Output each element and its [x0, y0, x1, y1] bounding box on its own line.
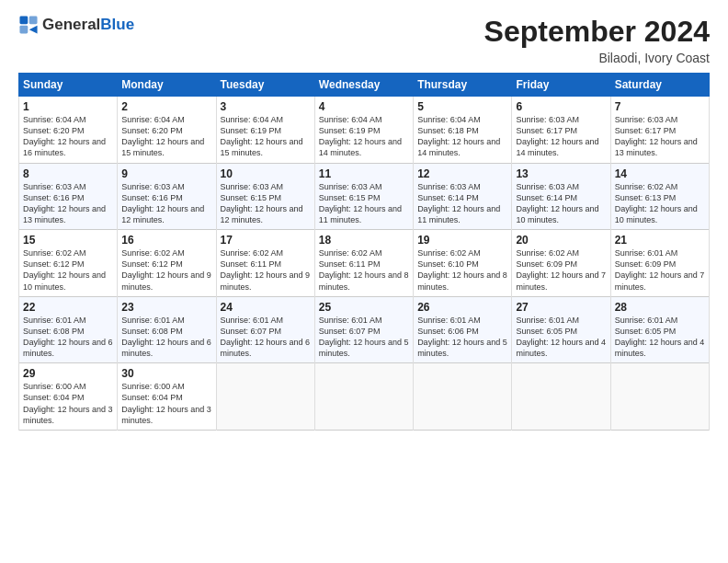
day-info: Sunrise: 6:01 AMSunset: 6:07 PMDaylight:… [221, 315, 311, 360]
day-number: 10 [221, 167, 311, 180]
day-info: Sunrise: 6:03 AMSunset: 6:15 PMDaylight:… [221, 181, 311, 226]
day-info: Sunrise: 6:03 AMSunset: 6:14 PMDaylight:… [417, 181, 507, 226]
svg-marker-3 [29, 26, 38, 34]
calendar-week-3: 15Sunrise: 6:02 AMSunset: 6:12 PMDayligh… [19, 230, 710, 297]
logo-text: GeneralBlue [42, 16, 134, 34]
calendar-week-1: 1Sunrise: 6:04 AMSunset: 6:20 PMDaylight… [19, 97, 710, 164]
calendar-week-2: 8Sunrise: 6:03 AMSunset: 6:16 PMDaylight… [19, 163, 710, 230]
day-number: 13 [516, 167, 606, 180]
logo-blue: Blue [100, 16, 134, 33]
day-number: 8 [23, 167, 113, 180]
day-number: 1 [23, 100, 113, 113]
day-info: Sunrise: 6:03 AMSunset: 6:16 PMDaylight:… [23, 181, 113, 226]
month-title: September 2024 [484, 15, 710, 49]
table-row: 23Sunrise: 6:01 AMSunset: 6:08 PMDayligh… [118, 296, 216, 363]
day-info: Sunrise: 6:04 AMSunset: 6:20 PMDaylight:… [121, 114, 211, 159]
table-row: 7Sunrise: 6:03 AMSunset: 6:17 PMDaylight… [610, 97, 709, 164]
svg-rect-2 [19, 26, 28, 34]
logo: GeneralBlue [18, 15, 134, 35]
day-number: 7 [615, 100, 705, 113]
day-info: Sunrise: 6:04 AMSunset: 6:20 PMDaylight:… [23, 114, 113, 159]
day-number: 30 [121, 367, 211, 380]
day-info: Sunrise: 6:04 AMSunset: 6:19 PMDaylight:… [221, 114, 311, 159]
day-number: 15 [23, 234, 113, 247]
day-info: Sunrise: 6:00 AMSunset: 6:04 PMDaylight:… [23, 381, 113, 426]
day-number: 17 [221, 234, 311, 247]
day-number: 19 [417, 234, 507, 247]
table-row: 2Sunrise: 6:04 AMSunset: 6:20 PMDaylight… [118, 97, 216, 164]
day-info: Sunrise: 6:04 AMSunset: 6:19 PMDaylight:… [319, 114, 409, 159]
table-row: 8Sunrise: 6:03 AMSunset: 6:16 PMDaylight… [19, 163, 118, 230]
day-info: Sunrise: 6:02 AMSunset: 6:12 PMDaylight:… [121, 247, 211, 293]
table-row: 19Sunrise: 6:02 AMSunset: 6:10 PMDayligh… [414, 230, 512, 297]
day-number: 22 [23, 301, 113, 314]
day-number: 5 [417, 100, 507, 113]
day-info: Sunrise: 6:02 AMSunset: 6:10 PMDaylight:… [417, 247, 507, 293]
calendar-table: Sunday Monday Tuesday Wednesday Thursday… [18, 73, 710, 431]
location-title: Bilaodi, Ivory Coast [484, 51, 710, 65]
header-friday: Friday [512, 74, 610, 97]
day-info: Sunrise: 6:00 AMSunset: 6:04 PMDaylight:… [121, 381, 211, 426]
day-number: 18 [319, 234, 409, 247]
day-number: 23 [121, 301, 211, 314]
day-info: Sunrise: 6:01 AMSunset: 6:05 PMDaylight:… [615, 315, 705, 360]
table-row: 14Sunrise: 6:02 AMSunset: 6:13 PMDayligh… [610, 163, 709, 230]
header-sunday: Sunday [19, 74, 118, 97]
header-wednesday: Wednesday [314, 74, 413, 97]
calendar-week-5: 29Sunrise: 6:00 AMSunset: 6:04 PMDayligh… [19, 363, 710, 431]
table-row: 15Sunrise: 6:02 AMSunset: 6:12 PMDayligh… [19, 230, 118, 297]
header: GeneralBlue September 2024 Bilaodi, Ivor… [18, 15, 710, 65]
day-info: Sunrise: 6:03 AMSunset: 6:14 PMDaylight:… [516, 181, 606, 226]
day-number: 28 [615, 301, 705, 314]
day-number: 21 [615, 234, 705, 247]
day-info: Sunrise: 6:01 AMSunset: 6:08 PMDaylight:… [23, 315, 113, 360]
svg-rect-0 [19, 16, 28, 24]
day-number: 25 [319, 301, 409, 314]
day-info: Sunrise: 6:01 AMSunset: 6:05 PMDaylight:… [516, 315, 606, 360]
table-row [414, 363, 512, 431]
day-number: 29 [23, 367, 113, 380]
table-row [610, 363, 709, 431]
day-info: Sunrise: 6:01 AMSunset: 6:08 PMDaylight:… [121, 315, 211, 360]
table-row [314, 363, 413, 431]
table-row: 9Sunrise: 6:03 AMSunset: 6:16 PMDaylight… [118, 163, 216, 230]
table-row: 4Sunrise: 6:04 AMSunset: 6:19 PMDaylight… [314, 97, 413, 164]
day-number: 11 [319, 167, 409, 180]
day-info: Sunrise: 6:02 AMSunset: 6:11 PMDaylight:… [319, 247, 409, 293]
day-info: Sunrise: 6:03 AMSunset: 6:17 PMDaylight:… [615, 114, 705, 159]
day-number: 6 [516, 100, 606, 113]
table-row: 24Sunrise: 6:01 AMSunset: 6:07 PMDayligh… [216, 296, 314, 363]
header-saturday: Saturday [610, 74, 709, 97]
table-row: 16Sunrise: 6:02 AMSunset: 6:12 PMDayligh… [118, 230, 216, 297]
table-row [216, 363, 314, 431]
day-number: 9 [121, 167, 211, 180]
days-header-row: Sunday Monday Tuesday Wednesday Thursday… [19, 74, 710, 97]
table-row: 29Sunrise: 6:00 AMSunset: 6:04 PMDayligh… [19, 363, 118, 431]
table-row: 27Sunrise: 6:01 AMSunset: 6:05 PMDayligh… [512, 296, 610, 363]
logo-general: General [42, 16, 100, 33]
table-row: 13Sunrise: 6:03 AMSunset: 6:14 PMDayligh… [512, 163, 610, 230]
day-info: Sunrise: 6:03 AMSunset: 6:15 PMDaylight:… [319, 181, 409, 226]
table-row: 25Sunrise: 6:01 AMSunset: 6:07 PMDayligh… [314, 296, 413, 363]
header-tuesday: Tuesday [216, 74, 314, 97]
day-number: 4 [319, 100, 409, 113]
table-row: 5Sunrise: 6:04 AMSunset: 6:18 PMDaylight… [414, 97, 512, 164]
day-number: 2 [121, 100, 211, 113]
day-number: 27 [516, 301, 606, 314]
table-row: 17Sunrise: 6:02 AMSunset: 6:11 PMDayligh… [216, 230, 314, 297]
table-row [512, 363, 610, 431]
day-info: Sunrise: 6:03 AMSunset: 6:16 PMDaylight:… [121, 181, 211, 226]
day-number: 26 [417, 301, 507, 314]
table-row: 6Sunrise: 6:03 AMSunset: 6:17 PMDaylight… [512, 97, 610, 164]
table-row: 22Sunrise: 6:01 AMSunset: 6:08 PMDayligh… [19, 296, 118, 363]
day-number: 24 [221, 301, 311, 314]
page: GeneralBlue September 2024 Bilaodi, Ivor… [0, 0, 728, 563]
day-info: Sunrise: 6:02 AMSunset: 6:11 PMDaylight:… [221, 247, 311, 293]
title-block: September 2024 Bilaodi, Ivory Coast [484, 15, 710, 65]
table-row: 20Sunrise: 6:02 AMSunset: 6:09 PMDayligh… [512, 230, 610, 297]
table-row: 28Sunrise: 6:01 AMSunset: 6:05 PMDayligh… [610, 296, 709, 363]
header-monday: Monday [118, 74, 216, 97]
day-info: Sunrise: 6:02 AMSunset: 6:09 PMDaylight:… [516, 247, 606, 293]
day-info: Sunrise: 6:04 AMSunset: 6:18 PMDaylight:… [417, 114, 507, 159]
day-info: Sunrise: 6:01 AMSunset: 6:06 PMDaylight:… [417, 315, 507, 360]
